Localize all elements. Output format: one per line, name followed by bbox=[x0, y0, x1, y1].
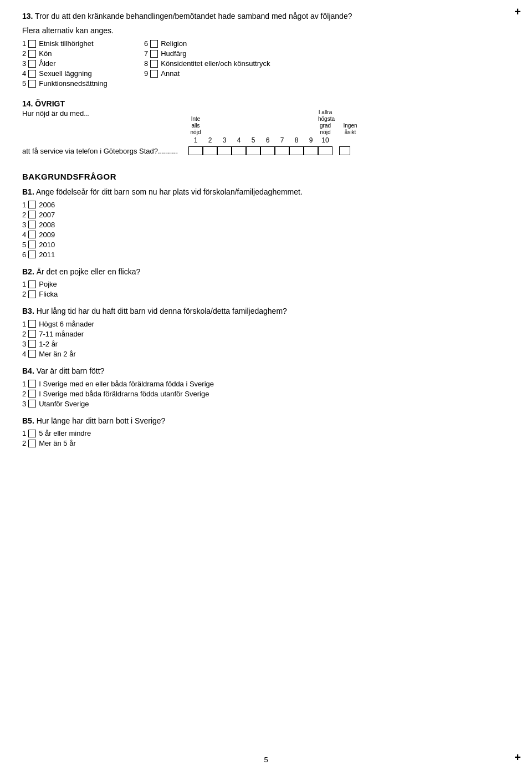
rating-box-3[interactable] bbox=[217, 146, 232, 155]
b5-options: 1 5 år eller mindre 2 Mer än 5 år bbox=[22, 429, 510, 447]
b4-checkbox-2[interactable] bbox=[28, 390, 36, 397]
b1-number: B1. bbox=[22, 187, 34, 196]
list-item: 4 Mer än 2 år bbox=[22, 350, 510, 358]
b5-text: Hur länge har ditt barn bott i Sverige? bbox=[37, 416, 166, 425]
b2-section: B2. Är det en pojke eller en flicka? 1 P… bbox=[22, 267, 510, 299]
b4-text: Var är ditt barn fött? bbox=[37, 366, 105, 375]
b4-section: B4. Var är ditt barn fött? 1 I Sverige m… bbox=[22, 366, 510, 408]
b1-section: B1. Ange födelseår för ditt barn som nu … bbox=[22, 187, 510, 259]
b5-checkbox-1[interactable] bbox=[28, 430, 36, 437]
list-item: 3 Ålder bbox=[22, 59, 144, 68]
checkbox-3[interactable] bbox=[28, 60, 36, 68]
b3-checkbox-2[interactable] bbox=[28, 330, 36, 338]
b5-checkbox-2[interactable] bbox=[28, 440, 36, 447]
list-item: 1 2006 bbox=[22, 201, 510, 209]
b4-title: B4. Var är ditt barn fött? bbox=[22, 366, 510, 377]
b3-options: 1 Högst 6 månader 2 7-11 månader 3 1-2 å… bbox=[22, 320, 510, 358]
b1-checkbox-4[interactable] bbox=[28, 231, 36, 238]
b5-title: B5. Hur länge har ditt barn bott i Sveri… bbox=[22, 416, 510, 427]
b3-checkbox-3[interactable] bbox=[28, 340, 36, 348]
checkbox-2[interactable] bbox=[28, 50, 36, 58]
list-item: 3 Utanför Sverige bbox=[22, 400, 510, 408]
b5-number: B5. bbox=[22, 416, 34, 425]
bakgrund-title: BAKGRUNDSFRÅGOR bbox=[22, 172, 510, 181]
question-14-section: 14. ÖVRIGT Hur nöjd är du med... Inte al… bbox=[22, 99, 510, 155]
rating-box-ingen[interactable] bbox=[339, 146, 350, 155]
rating-box-4[interactable] bbox=[232, 146, 246, 155]
b2-checkbox-2[interactable] bbox=[28, 290, 36, 298]
scale-label-right: I allra högsta grad nöjd bbox=[318, 109, 332, 136]
b3-title: B3. Hur lång tid har du haft ditt barn v… bbox=[22, 306, 510, 317]
b3-checkbox-1[interactable] bbox=[28, 320, 36, 328]
rating-box-6[interactable] bbox=[260, 146, 275, 155]
b4-checkbox-3[interactable] bbox=[28, 400, 36, 407]
b1-checkbox-1[interactable] bbox=[28, 201, 36, 208]
b1-checkbox-3[interactable] bbox=[28, 221, 36, 228]
rating-box-8[interactable] bbox=[289, 146, 304, 155]
list-item: 4 2009 bbox=[22, 231, 510, 239]
q13-options-right: 6 Religion 7 Hudfärg 8 Könsidentitet ell… bbox=[144, 39, 321, 89]
q13-text: Tror du att den kränkande behandlingen/b… bbox=[35, 12, 352, 21]
q14-rating-row: att få service via telefon i Göteborgs S… bbox=[22, 146, 510, 155]
q13-options-left: 1 Etnisk tillhörighet 2 Kön 3 Ålder 4 Se… bbox=[22, 39, 144, 89]
question-13-section: 13. Tror du att den kränkande behandling… bbox=[22, 11, 510, 89]
b5-section: B5. Hur länge har ditt barn bott i Sveri… bbox=[22, 416, 510, 448]
b2-options: 1 Pojke 2 Flicka bbox=[22, 280, 510, 298]
list-item: 8 Könsidentitet eller/och könsuttryck bbox=[144, 59, 321, 68]
q13-sub: Flera alternativ kan anges. bbox=[22, 26, 510, 37]
checkbox-6[interactable] bbox=[150, 40, 158, 48]
checkbox-5[interactable] bbox=[28, 80, 36, 88]
b1-checkbox-2[interactable] bbox=[28, 211, 36, 218]
scale-label-ingen: Ingen åsikt bbox=[339, 123, 361, 136]
b1-text: Ange födelseår för ditt barn som nu har … bbox=[36, 187, 303, 196]
rating-box-10[interactable] bbox=[318, 146, 332, 155]
rating-box-2[interactable] bbox=[203, 146, 217, 155]
q14-title: ÖVRIGT bbox=[35, 99, 65, 108]
b2-title: B2. Är det en pojke eller en flicka? bbox=[22, 267, 510, 278]
b3-number: B3. bbox=[22, 307, 34, 315]
checkbox-4[interactable] bbox=[28, 70, 36, 78]
checkbox-7[interactable] bbox=[150, 50, 158, 58]
q13-number: 13. bbox=[22, 12, 33, 21]
list-item: 2 Kön bbox=[22, 49, 144, 58]
checkbox-1[interactable] bbox=[28, 40, 36, 48]
b3-text: Hur lång tid har du haft ditt barn vid d… bbox=[37, 307, 287, 315]
b1-checkbox-5[interactable] bbox=[28, 241, 36, 248]
bakgrund-section: BAKGRUNDSFRÅGOR B1. Ange födelseår för d… bbox=[22, 172, 510, 447]
top-plus-icon: + bbox=[514, 6, 521, 18]
list-item: 1 Pojke bbox=[22, 280, 510, 288]
scale-label-left: Inte alls nöjd bbox=[188, 116, 203, 136]
q14-number: 14. bbox=[22, 99, 33, 108]
page-number: 5 bbox=[0, 756, 532, 764]
list-item: 1 Högst 6 månader bbox=[22, 320, 510, 328]
list-item: 7 Hudfärg bbox=[144, 49, 321, 58]
list-item: 6 Religion bbox=[144, 39, 321, 48]
list-item: 3 1-2 år bbox=[22, 340, 510, 348]
list-item: 3 2008 bbox=[22, 221, 510, 229]
list-item: 5 2010 bbox=[22, 241, 510, 249]
b1-checkbox-6[interactable] bbox=[28, 251, 36, 258]
checkbox-9[interactable] bbox=[150, 70, 158, 78]
rating-box-7[interactable] bbox=[275, 146, 289, 155]
list-item: 2 7-11 månader bbox=[22, 330, 510, 338]
checkbox-8[interactable] bbox=[150, 60, 158, 68]
list-item: 1 Etnisk tillhörighet bbox=[22, 39, 144, 48]
list-item: 9 Annat bbox=[144, 69, 321, 78]
list-item: 2 Flicka bbox=[22, 290, 510, 298]
b4-checkbox-1[interactable] bbox=[28, 380, 36, 387]
q14-intro: Hur nöjd är du med... bbox=[22, 109, 188, 118]
rating-box-9[interactable] bbox=[304, 146, 318, 155]
list-item: 1 5 år eller mindre bbox=[22, 429, 510, 437]
q13-title: 13. Tror du att den kränkande behandling… bbox=[22, 11, 510, 22]
list-item: 1 I Sverige med en eller båda föräldrarn… bbox=[22, 380, 510, 388]
b2-number: B2. bbox=[22, 267, 34, 276]
bottom-plus-icon: + bbox=[514, 751, 521, 764]
list-item: 2 Mer än 5 år bbox=[22, 439, 510, 447]
b4-number: B4. bbox=[22, 366, 34, 375]
b3-section: B3. Hur lång tid har du haft ditt barn v… bbox=[22, 306, 510, 358]
rating-box-5[interactable] bbox=[246, 146, 260, 155]
rating-box-1[interactable] bbox=[188, 146, 203, 155]
q13-options-grid: 1 Etnisk tillhörighet 2 Kön 3 Ålder 4 Se… bbox=[22, 39, 510, 89]
b3-checkbox-4[interactable] bbox=[28, 350, 36, 358]
b2-checkbox-1[interactable] bbox=[28, 281, 36, 288]
